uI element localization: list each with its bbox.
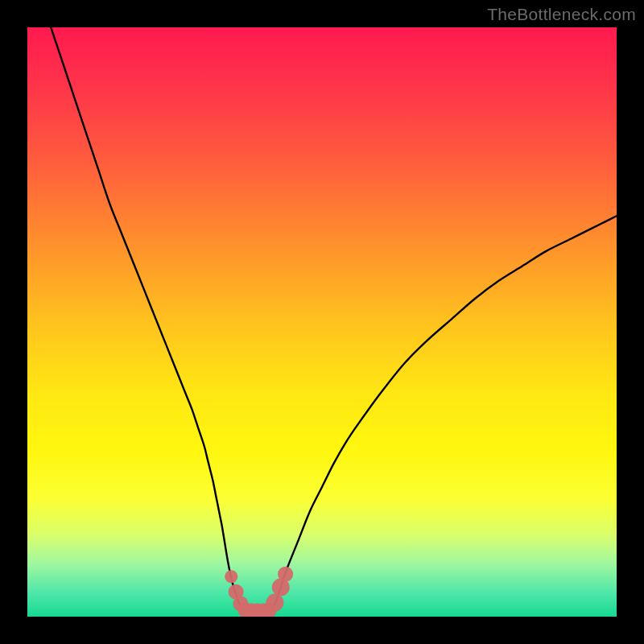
watermark-text: TheBottleneck.com bbox=[487, 5, 636, 24]
svg-point-10 bbox=[278, 567, 293, 582]
bottleneck-floor-markers bbox=[27, 27, 617, 617]
plot-area bbox=[27, 27, 617, 617]
svg-point-8 bbox=[266, 593, 283, 611]
chart-frame: TheBottleneck.com bbox=[0, 0, 644, 644]
svg-point-0 bbox=[225, 570, 237, 583]
